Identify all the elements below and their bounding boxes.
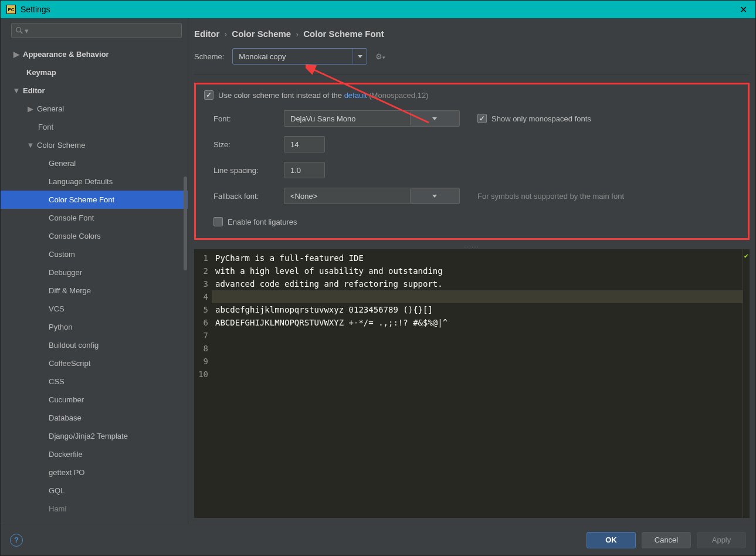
tree-item[interactable]: ▶GQL xyxy=(1,482,188,500)
scheme-label: Scheme: xyxy=(194,52,224,61)
tree-item-label: Font xyxy=(38,123,53,131)
ligatures-label: Enable font ligatures xyxy=(228,218,297,226)
tree-item[interactable]: ▶Color Scheme Font xyxy=(1,191,188,209)
tree-item[interactable]: ▶Python xyxy=(1,318,188,336)
mono-only-label: Show only monospaced fonts xyxy=(491,114,591,123)
tree-item[interactable]: ▶CoffeeScript xyxy=(1,354,188,372)
gutter: 12345678910 xyxy=(194,249,212,518)
tree-item-label: Dockerfile xyxy=(49,450,83,459)
scrollbar-thumb[interactable] xyxy=(184,177,187,270)
chevron-down-icon[interactable] xyxy=(352,49,367,64)
font-form: Font: DejaVu Sans Mono Show only monospa… xyxy=(204,110,740,204)
search-input[interactable]: ▾ xyxy=(11,23,182,38)
tree-item-label: Console Font xyxy=(49,213,94,222)
default-link[interactable]: default xyxy=(344,91,367,100)
mono-only-checkbox[interactable] xyxy=(477,114,487,123)
tree-item[interactable]: ▶VCS xyxy=(1,300,188,318)
search-row: ▾ xyxy=(1,18,188,42)
tree-item-label: Diff & Merge xyxy=(49,286,91,295)
tree-item-label: Python xyxy=(49,323,72,331)
line-spacing-label: Line spacing: xyxy=(213,166,278,175)
tree-item-label: Editor xyxy=(23,86,45,95)
fallback-value: <None> xyxy=(284,192,410,201)
tree-item[interactable]: ▶Buildout config xyxy=(1,336,188,354)
tree-item-label: Keymap xyxy=(26,68,56,77)
ligatures-checkbox[interactable] xyxy=(213,217,223,226)
tree-item[interactable]: ▼Color Scheme xyxy=(1,136,188,154)
tree-item[interactable]: ▶Django/Jinja2 Template xyxy=(1,427,188,445)
tree-item-label: Console Colors xyxy=(49,232,101,240)
tree-item-label: CoffeeScript xyxy=(49,359,90,368)
use-scheme-font-checkbox[interactable] xyxy=(204,90,213,100)
tree-item[interactable]: ▶Haml xyxy=(1,500,188,518)
apply-button[interactable]: Apply xyxy=(697,532,746,548)
fallback-label: Fallback font: xyxy=(213,192,278,201)
size-label: Size: xyxy=(213,140,278,149)
svg-marker-3 xyxy=(432,117,437,120)
main-pane: Editor › Color Scheme › Color Scheme Fon… xyxy=(188,18,755,524)
gear-icon[interactable]: ⚙▾ xyxy=(375,52,385,61)
line-spacing-input[interactable]: 1.0 xyxy=(284,162,325,178)
scheme-combo[interactable]: Monokai copy xyxy=(232,48,367,65)
help-button[interactable]: ? xyxy=(10,534,23,547)
tree-item[interactable]: ▶gettext PO xyxy=(1,463,188,482)
scheme-value: Monokai copy xyxy=(233,52,352,61)
tree-item-label: General xyxy=(49,159,76,168)
tree-item[interactable]: ▼Editor xyxy=(1,82,188,100)
chevron-right-icon: › xyxy=(296,29,299,39)
font-settings-panel: Use color scheme font instead of the def… xyxy=(194,83,750,240)
chevron-down-icon[interactable] xyxy=(410,188,459,204)
tree-item[interactable]: Keymap xyxy=(1,63,188,82)
font-value: DejaVu Sans Mono xyxy=(284,114,410,123)
close-icon[interactable]: ✕ xyxy=(737,4,750,15)
footer: ? OK Cancel Apply xyxy=(1,524,755,555)
tree-item-label: CSS xyxy=(49,377,65,386)
tree-item[interactable]: ▶Custom xyxy=(1,245,188,263)
svg-marker-4 xyxy=(432,195,437,198)
tree-item-label: Database xyxy=(49,413,82,422)
size-input[interactable]: 14 xyxy=(284,136,325,152)
ligatures-row: Enable font ligatures xyxy=(204,217,740,226)
ok-button[interactable]: OK xyxy=(587,532,636,548)
grip-icon: :::::: xyxy=(465,244,479,249)
splitter[interactable]: :::::: xyxy=(188,243,755,249)
tree-item-label: Color Scheme Font xyxy=(49,195,114,204)
tree-item[interactable]: ▶Console Colors xyxy=(1,227,188,245)
use-scheme-font-label: Use color scheme font instead of the def… xyxy=(218,91,428,100)
settings-tree[interactable]: ▶Appearance & BehaviorKeymap▼Editor▶Gene… xyxy=(1,42,188,524)
tree-item[interactable]: ▶CSS xyxy=(1,372,188,391)
app-icon: PC xyxy=(6,5,16,14)
tree-item-label: Debugger xyxy=(49,268,82,277)
tree-item-label: Buildout config xyxy=(49,341,99,350)
tree-item-label: VCS xyxy=(49,304,65,313)
tree-item-label: Custom xyxy=(49,250,75,259)
crumb-1[interactable]: Color Scheme xyxy=(232,29,291,39)
font-combo[interactable]: DejaVu Sans Mono xyxy=(284,110,460,127)
fallback-combo[interactable]: <None> xyxy=(284,188,460,204)
chevron-down-icon[interactable] xyxy=(410,111,459,126)
tree-item-label: Haml xyxy=(49,504,66,513)
cancel-button[interactable]: Cancel xyxy=(642,532,691,548)
tree-item[interactable]: ▶General xyxy=(1,100,188,118)
use-scheme-font-row: Use color scheme font instead of the def… xyxy=(204,90,740,100)
tree-item[interactable]: ▶Appearance & Behavior xyxy=(1,45,188,63)
code-area: PyCharm is a full-featured IDEwith a hig… xyxy=(212,249,743,518)
tree-item-label: Language Defaults xyxy=(49,177,113,186)
tree-item[interactable]: ▶Diff & Merge xyxy=(1,282,188,300)
tree-item[interactable]: ▶Database xyxy=(1,409,188,427)
tree-item[interactable]: ▶Language Defaults xyxy=(1,172,188,191)
crumb-0[interactable]: Editor xyxy=(194,29,219,39)
tree-item[interactable]: ▶Debugger xyxy=(1,263,188,282)
font-preview-editor[interactable]: 12345678910 PyCharm is a full-featured I… xyxy=(194,249,750,518)
titlebar: PC Settings ✕ xyxy=(1,1,755,18)
tree-item[interactable]: ▶Cucumber xyxy=(1,391,188,409)
tree-item[interactable]: ▶Dockerfile xyxy=(1,445,188,463)
crumb-2: Color Scheme Font xyxy=(303,29,384,39)
tree-item[interactable]: ▶General xyxy=(1,154,188,172)
chevron-right-icon: › xyxy=(224,29,227,39)
tree-item-label: gettext PO xyxy=(49,468,84,477)
tree-item[interactable]: Font xyxy=(1,118,188,136)
svg-marker-2 xyxy=(358,55,362,58)
tree-item[interactable]: ▶Console Font xyxy=(1,209,188,227)
tree-item-label: Django/Jinja2 Template xyxy=(49,432,128,440)
